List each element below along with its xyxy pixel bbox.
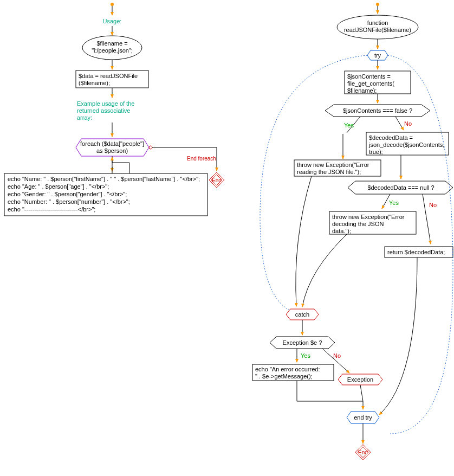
svg-point-28 <box>376 3 379 6</box>
svg-text:$jsonContents === false ?: $jsonContents === false ? <box>343 107 412 114</box>
svg-text:$filename =: $filename = <box>96 40 127 47</box>
function-node: function readJSONFile($filename) <box>337 15 418 39</box>
svg-text:echo "An error occurred:: echo "An error occurred: <box>255 366 320 372</box>
decoded-data-node: $decodedData = json_decode($jsonContents… <box>366 132 449 155</box>
svg-text:"i:/people.json";: "i:/people.json"; <box>92 47 133 54</box>
end-try-node: end try <box>347 411 379 423</box>
svg-text:No: No <box>333 352 341 359</box>
svg-text:data.");: data."); <box>332 228 351 234</box>
usage-label: Usage: <box>103 18 122 24</box>
svg-text:End: End <box>212 177 222 183</box>
return-node: return $decodedData; <box>385 247 453 258</box>
svg-text:Yes: Yes <box>344 122 354 128</box>
svg-text:$jsonContents =: $jsonContents = <box>347 73 391 80</box>
svg-text:as $person): as $person) <box>96 147 128 154</box>
svg-text:Yes: Yes <box>389 200 399 206</box>
try-node: try <box>367 50 388 60</box>
svg-text:decoding the JSON: decoding the JSON <box>332 221 384 227</box>
svg-text:function: function <box>367 20 388 26</box>
svg-text:No: No <box>404 120 412 127</box>
svg-text:foreach ($data["people"]: foreach ($data["people"] <box>80 140 144 147</box>
example-label: Example usage of the <box>77 100 134 107</box>
end-node-left: End <box>209 172 224 188</box>
svg-text:echo "Age: " . $person["age"] : echo "Age: " . $person["age"] . "</br>"; <box>8 183 109 190</box>
svg-text:$decodedData === null ?: $decodedData === null ? <box>367 184 434 191</box>
svg-text:$data = readJSONFile: $data = readJSONFile <box>79 73 138 79</box>
json-contents-node: $jsonContents = file_get_contents( $file… <box>345 71 411 94</box>
cond2-node: $decodedData === null ? <box>348 181 453 194</box>
svg-text:try: try <box>374 52 381 59</box>
svg-text:file_get_contents(: file_get_contents( <box>347 80 394 87</box>
cond1-node: $jsonContents === false ? <box>325 105 430 117</box>
svg-text:true);: true); <box>369 149 383 155</box>
exception-node: Exception <box>338 374 382 385</box>
svg-text:End: End <box>358 449 368 455</box>
svg-text:return $decodedData;: return $decodedData; <box>387 249 445 255</box>
svg-text:Exception $e ?: Exception $e ? <box>283 339 322 346</box>
svg-text:echo "------------------------: echo "---------------------------</br>"; <box>8 206 95 213</box>
svg-point-0 <box>111 3 114 6</box>
throw2-node: throw new Exception("Error decoding the … <box>329 211 416 234</box>
svg-text:array:: array: <box>77 114 92 121</box>
svg-text:json_decode($jsonContents,: json_decode($jsonContents, <box>368 141 444 148</box>
end-node-right: End <box>355 445 371 460</box>
throw1-node: throw new Exception("Error reading the J… <box>294 160 381 176</box>
svg-text:end try: end try <box>354 414 372 421</box>
svg-text:returned associative: returned associative <box>77 107 130 114</box>
svg-text:$filename);: $filename); <box>347 87 377 94</box>
echo-err-node: echo "An error occurred: " . $e->getMess… <box>252 364 334 381</box>
svg-text:($filename);: ($filename); <box>79 80 110 86</box>
foreach-node: foreach ($data["people"] as $person) <box>76 139 149 156</box>
left-flowchart: Usage: $filename = "i:/people.json"; $da… <box>4 3 224 216</box>
svg-text:No: No <box>429 202 437 208</box>
svg-text:throw new Exception("Error: throw new Exception("Error <box>297 162 369 168</box>
svg-text:echo "Gender: " . $person["gen: echo "Gender: " . $person["gender"] . "<… <box>8 191 127 197</box>
svg-text:catch: catch <box>295 311 309 318</box>
svg-text:echo "Number: " . $person["num: echo "Number: " . $person["number"] . "<… <box>8 198 130 205</box>
catch-node: catch <box>286 309 319 320</box>
echo-block-node: echo "Name: " . $person["firstName"] . "… <box>4 173 207 216</box>
end-foreach-label: End foreach <box>187 156 216 162</box>
svg-text:readJSONFile($filename): readJSONFile($filename) <box>344 27 411 33</box>
svg-point-17 <box>149 146 152 149</box>
svg-text:Yes: Yes <box>301 352 310 359</box>
right-flowchart: function readJSONFile($filename) try $js… <box>252 3 453 460</box>
svg-text:echo "Name: " . $person["first: echo "Name: " . $person["firstName"] . "… <box>8 176 200 182</box>
svg-text:Exception: Exception <box>347 376 373 383</box>
svg-text:$decodedData =: $decodedData = <box>369 134 413 141</box>
filename-node: $filename = "i:/people.json"; <box>82 36 142 60</box>
cond3-node: Exception $e ? <box>270 337 335 349</box>
svg-text:throw new Exception("Error: throw new Exception("Error <box>332 214 405 220</box>
svg-text:reading the JSON file.");: reading the JSON file."); <box>297 169 361 175</box>
data-assign-node: $data = readJSONFile ($filename); <box>76 70 148 88</box>
svg-text:" . $e->getMessage();: " . $e->getMessage(); <box>255 373 313 379</box>
